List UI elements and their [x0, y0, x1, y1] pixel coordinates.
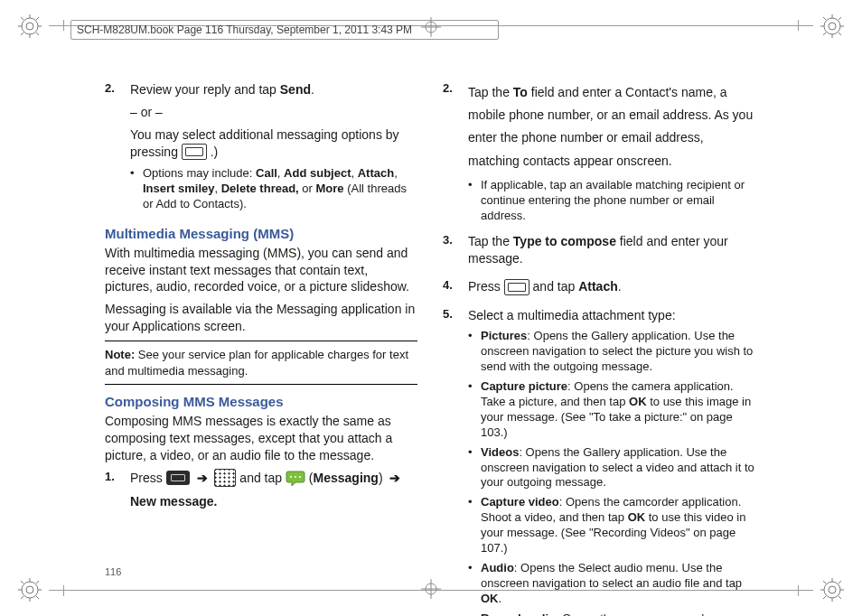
- svg-point-3: [829, 23, 836, 30]
- step-number: 2.: [105, 81, 121, 217]
- right-step-3: 3. Tap the Type to compose field and ent…: [443, 233, 755, 273]
- step-number: 2.: [443, 81, 459, 228]
- corner-ornament-top-right-icon: [819, 13, 846, 40]
- text: You may select additional messaging opti…: [130, 127, 399, 159]
- composing-paragraph: Composing MMS messages is exactly the sa…: [105, 413, 417, 464]
- right-step-2: 2. Tap the To field and enter a Contact'…: [443, 81, 755, 228]
- text: and tap: [239, 471, 286, 485]
- step-number: 3.: [443, 233, 459, 273]
- compose-field-label: Type to compose: [513, 234, 616, 248]
- or-separator: – or –: [130, 104, 417, 121]
- menu-key-icon: [504, 279, 529, 295]
- corner-ornament-top-left-icon: [16, 13, 43, 40]
- note-rule-bottom: [105, 384, 417, 385]
- left-column: 2. Review your reply and tap Send. – or …: [105, 81, 417, 569]
- crop-tick: [798, 585, 799, 596]
- svg-point-7: [829, 586, 836, 593]
- corner-ornament-bottom-right-icon: [819, 576, 846, 603]
- text: and tap: [533, 279, 579, 294]
- note-label: Note:: [105, 348, 135, 361]
- right-step-4: 4. Press and tap Attach.: [443, 278, 755, 301]
- text: Review your reply and tap: [130, 82, 280, 97]
- step-number: 1.: [105, 470, 121, 516]
- svg-point-4: [22, 582, 38, 598]
- text: Tap the: [468, 85, 513, 99]
- svg-point-5: [26, 586, 33, 593]
- arrow-icon: ➔: [386, 470, 404, 487]
- text: Options may include:: [143, 166, 256, 180]
- text: Press: [468, 279, 504, 294]
- svg-point-11: [295, 476, 296, 478]
- step-number: 5.: [443, 307, 459, 617]
- crop-tick: [63, 20, 64, 31]
- attachment-record-audio: Record audio: Opens the message recorder…: [468, 611, 755, 616]
- send-label: Send: [280, 82, 311, 97]
- note-block: Note: See your service plan for applicab…: [105, 347, 417, 378]
- text: Tap the: [468, 234, 513, 248]
- new-message-label: New message.: [130, 494, 218, 509]
- crop-tick: [798, 20, 799, 31]
- attachment-capture-picture: Capture picture: Opens the camera applic…: [468, 379, 755, 441]
- apps-grid-icon: [214, 469, 236, 487]
- attachment-capture-video: Capture video: Opens the camcorder appli…: [468, 495, 755, 556]
- text: .: [618, 279, 622, 294]
- text: Press: [130, 471, 166, 485]
- text: Select a multimedia attachment type:: [468, 307, 755, 324]
- options-bullet: Options may include: Call, Add subject, …: [130, 166, 417, 212]
- framemaker-running-header: SCH-M828UM.book Page 116 Thursday, Septe…: [70, 20, 499, 40]
- note-rule-top: [105, 341, 417, 341]
- step-number: 4.: [443, 278, 459, 301]
- attach-label: Attach: [578, 279, 618, 294]
- attachment-pictures: Pictures: Opens the Gallery application.…: [468, 329, 755, 375]
- mms-heading: Multimedia Messaging (MMS): [105, 226, 417, 241]
- messaging-label: Messaging: [314, 471, 379, 485]
- composing-heading: Composing MMS Messages: [105, 394, 417, 409]
- left-step-2: 2. Review your reply and tap Send. – or …: [105, 81, 417, 217]
- home-key-icon: [166, 471, 190, 485]
- mms-paragraph-2: Messaging is available via the Messaging…: [105, 301, 417, 335]
- messaging-icon: [286, 471, 305, 485]
- svg-point-0: [22, 18, 38, 34]
- right-step-5: 5. Select a multimedia attachment type: …: [443, 307, 755, 617]
- attachment-audio: Audio: Opens the Select audio menu. Use …: [468, 561, 755, 607]
- registration-mark-bottom-icon: [421, 579, 441, 599]
- svg-point-1: [26, 23, 33, 30]
- right-column: 2. Tap the To field and enter a Contact'…: [443, 81, 755, 569]
- left-step-1: 1. Press ➔ and tap (Messaging): [105, 470, 417, 516]
- mms-paragraph-1: With multimedia messaging (MMS), you can…: [105, 245, 417, 296]
- matching-recipient-bullet: If applicable, tap an available matching…: [468, 178, 755, 224]
- corner-ornament-bottom-left-icon: [16, 576, 43, 603]
- attachment-videos: Videos: Opens the Gallery application. U…: [468, 445, 755, 491]
- svg-point-2: [824, 18, 840, 34]
- svg-point-12: [299, 476, 301, 478]
- running-header-text: SCH-M828UM.book Page 116 Thursday, Septe…: [77, 23, 412, 36]
- body-content: 2. Review your reply and tap Send. – or …: [105, 81, 755, 569]
- page-root: SCH-M828UM.book Page 116 Thursday, Septe…: [0, 0, 862, 616]
- arrow-icon: ➔: [193, 470, 211, 487]
- svg-point-10: [290, 476, 292, 478]
- svg-point-6: [824, 582, 840, 598]
- text: .): [211, 145, 219, 159]
- crop-tick: [63, 585, 64, 596]
- note-text: See your service plan for applicable cha…: [105, 348, 408, 378]
- menu-key-icon: [182, 144, 207, 160]
- text: .: [311, 82, 314, 97]
- to-field-label: To: [513, 85, 528, 99]
- page-number: 116: [105, 566, 121, 577]
